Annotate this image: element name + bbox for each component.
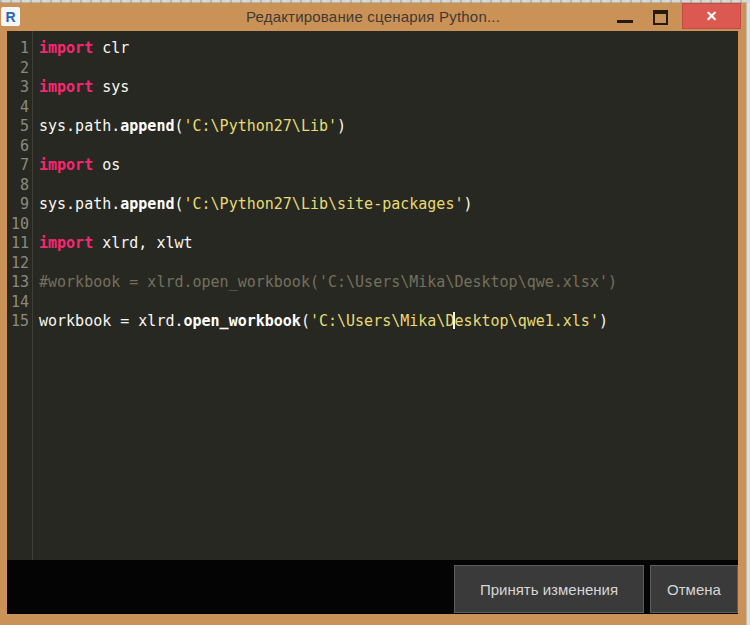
code-token-plain: workbook = xlrd. [39,312,184,330]
code-token-plain: clr [93,39,129,57]
code-token-string: 'C:\Python27\Lib\site-packages' [184,195,464,213]
code-editor[interactable]: 123456789101112131415 import clrimport s… [7,31,738,560]
code-token-string: 'C:\Users\Mika\D [310,312,455,330]
line-number: 2 [7,59,29,79]
window-title: Редактирование сценария Python... [0,3,746,31]
code-token-string: esktop\qwe1.xls' [454,312,599,330]
code-line[interactable]: import clr [39,39,738,59]
code-token-plain: sys [93,78,129,96]
code-line[interactable] [39,98,738,118]
code-token-plain: os [93,156,120,174]
line-number: 10 [7,215,29,235]
code-token-plain: ( [174,117,183,135]
code-token-function: append [120,195,174,213]
line-number: 8 [7,176,29,196]
python-script-editor-window: R Редактирование сценария Python... ✕ 12… [0,3,746,625]
code-line[interactable]: import os [39,156,738,176]
line-number: 11 [7,234,29,254]
code-token-comment: #workbook = xlrd.open_workbook('C:\Users… [39,273,617,291]
code-token-function: append [120,117,174,135]
cancel-button[interactable]: Отмена [650,565,738,613]
code-token-plain: ( [301,312,310,330]
code-token-function: open_workbook [184,312,301,330]
line-number: 12 [7,254,29,274]
code-line[interactable]: workbook = xlrd.open_workbook('C:\Users\… [39,312,738,332]
code-line[interactable] [39,137,738,157]
code-token-plain: ) [337,117,346,135]
code-line[interactable] [39,254,738,274]
line-number: 6 [7,137,29,157]
code-token-keyword: import [39,78,93,96]
code-line[interactable]: #workbook = xlrd.open_workbook('C:\Users… [39,273,738,293]
code-token-keyword: import [39,39,93,57]
line-number: 5 [7,117,29,137]
code-line[interactable] [39,293,738,313]
line-number: 1 [7,39,29,59]
code-area[interactable]: import clrimport syssys.path.append('C:\… [33,31,738,560]
code-token-string: 'C:\Python27\Lib' [184,117,338,135]
code-line[interactable] [39,176,738,196]
maximize-button[interactable] [653,10,668,25]
code-token-plain: ) [599,312,608,330]
line-number: 7 [7,156,29,176]
line-number: 3 [7,78,29,98]
code-line[interactable]: import xlrd, xlwt [39,234,738,254]
line-number: 14 [7,293,29,313]
code-token-plain: sys.path. [39,117,120,135]
code-line[interactable]: import sys [39,78,738,98]
line-number: 13 [7,273,29,293]
code-token-plain: ) [463,195,472,213]
line-number: 15 [7,312,29,332]
code-token-keyword: import [39,156,93,174]
code-token-plain: xlrd, xlwt [93,234,192,252]
code-line[interactable]: sys.path.append('C:\Python27\Lib') [39,117,738,137]
minimize-button[interactable] [617,20,633,23]
code-line[interactable] [39,59,738,79]
dialog-footer: Принять изменения Отмена [7,560,738,614]
line-number-gutter: 123456789101112131415 [7,31,33,560]
close-button[interactable]: ✕ [682,3,741,29]
code-token-plain: sys.path. [39,195,120,213]
accept-changes-button[interactable]: Принять изменения [454,565,644,613]
line-number: 4 [7,98,29,118]
code-token-plain: ( [174,195,183,213]
code-token-keyword: import [39,234,93,252]
code-line[interactable]: sys.path.append('C:\Python27\Lib\site-pa… [39,195,738,215]
code-line[interactable] [39,215,738,235]
line-number: 9 [7,195,29,215]
titlebar[interactable]: R Редактирование сценария Python... ✕ [0,3,746,31]
